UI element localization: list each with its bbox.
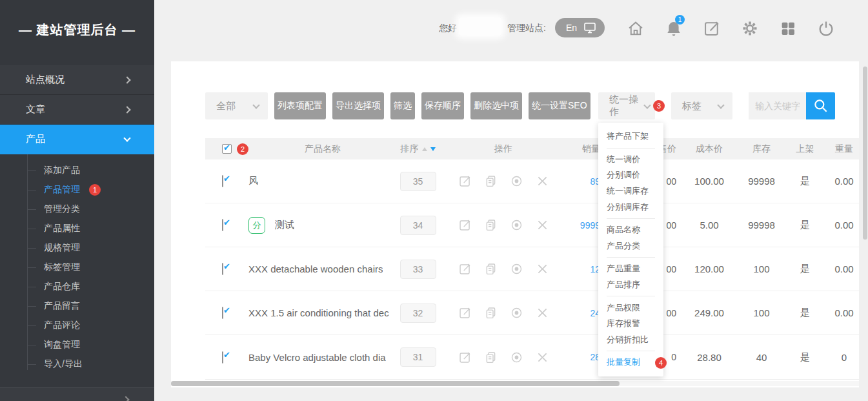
column-header-onsale[interactable]: 上架 [781, 143, 829, 155]
batch-menu-item[interactable] [607, 218, 655, 219]
batch-menu-item[interactable]: 将产品下架 [598, 129, 663, 145]
sort-order-input[interactable]: 32 [400, 303, 436, 323]
batch-menu-item[interactable]: 分别调库存 [598, 199, 663, 215]
batch-menu-item[interactable]: 产品重量 [598, 261, 663, 277]
sort-order-input[interactable]: 33 [400, 260, 436, 279]
sales-count-link[interactable]: 28 [568, 352, 600, 362]
batch-menu-item[interactable] [607, 148, 655, 149]
preview-icon[interactable] [510, 262, 523, 276]
column-header-sort[interactable]: 排序 [397, 143, 439, 155]
delete-icon[interactable] [536, 306, 549, 320]
column-header-sales[interactable]: 销量 [568, 143, 600, 155]
sidebar-submenu-item[interactable]: 导入/导出 [0, 355, 154, 374]
annotation-badge-2: 2 [237, 143, 248, 155]
batch-menu-item[interactable]: 产品分类 [598, 238, 663, 254]
batch-menu-item[interactable] [607, 257, 655, 258]
preview-icon[interactable] [510, 306, 523, 320]
toolbar-button[interactable]: 导出选择项 [332, 92, 384, 119]
preview-icon[interactable] [510, 174, 523, 188]
sidebar-submenu-item[interactable]: 产品管理 1 [0, 180, 154, 200]
settings-button[interactable] [741, 19, 759, 37]
sales-count-link[interactable]: 12 [568, 264, 600, 274]
copy-icon[interactable] [484, 351, 498, 364]
edit-icon[interactable] [458, 351, 472, 364]
search-input[interactable] [749, 92, 806, 119]
edit-icon[interactable] [458, 218, 472, 232]
sidebar-submenu-item[interactable]: 产品属性 [0, 219, 154, 238]
batch-menu-item[interactable]: 产品排序 [598, 277, 663, 293]
sidebar-submenu-item[interactable]: 询盘管理 [0, 335, 154, 355]
preview-icon[interactable] [510, 218, 523, 232]
sort-asc-icon[interactable] [422, 147, 427, 151]
delete-icon[interactable] [536, 218, 549, 232]
sidebar-submenu-item[interactable]: 产品留言 [0, 296, 154, 316]
copy-icon[interactable] [484, 306, 498, 320]
sidebar-submenu-item[interactable]: 规格管理 [0, 238, 154, 258]
delete-icon[interactable] [536, 351, 549, 364]
row-checkbox[interactable] [222, 219, 223, 231]
batch-menu-item[interactable]: 分别调价 [598, 167, 663, 183]
delete-icon[interactable] [536, 174, 549, 188]
delete-icon[interactable] [536, 262, 549, 276]
sidebar-menu-item[interactable]: 产品 [0, 125, 154, 154]
sidebar-submenu-item[interactable]: 管理分类 [0, 200, 154, 219]
preview-icon[interactable] [510, 351, 523, 364]
vertical-scrollbar-thumb[interactable] [863, 67, 867, 240]
language-switcher[interactable]: En [555, 18, 605, 37]
tag-filter-select[interactable]: 标签 [671, 92, 732, 119]
chevron-right-icon [122, 396, 129, 401]
batch-menu-item[interactable]: 批量复制 4 [598, 355, 663, 371]
sidebar-menu-item[interactable]: 站点概况 [0, 65, 154, 95]
category-filter-select[interactable]: 全部 [205, 92, 268, 119]
horizontal-scrollbar[interactable] [171, 381, 859, 386]
column-header-name[interactable]: 产品名称 [248, 143, 397, 155]
sort-order-input[interactable]: 34 [400, 216, 436, 235]
row-checkbox[interactable] [222, 351, 223, 364]
sidebar-submenu-item[interactable]: 产品仓库 [0, 277, 154, 296]
search-button[interactable] [806, 92, 835, 119]
batch-menu-item[interactable]: 产品权限 [598, 300, 663, 316]
logout-button[interactable] [817, 19, 835, 37]
toolbar-button[interactable]: 统一设置SEO [529, 92, 590, 119]
row-checkbox[interactable] [222, 175, 223, 187]
edit-icon[interactable] [458, 174, 472, 188]
batch-menu-item[interactable]: 商品名称 [598, 222, 663, 238]
batch-operations-select[interactable]: 统一操作 [598, 92, 655, 119]
home-button[interactable] [627, 19, 645, 37]
sidebar-submenu-item[interactable]: 产品评论 [0, 316, 154, 335]
toolbar-button[interactable]: 删除选中项 [470, 92, 522, 119]
column-header-stock[interactable]: 库存 [742, 143, 781, 155]
toolbar-button[interactable]: 筛选 [390, 92, 415, 119]
edit-button[interactable] [703, 19, 721, 37]
batch-menu-item[interactable]: 分销折扣比 [598, 332, 663, 348]
column-header-cost[interactable]: 成本价 [676, 143, 742, 155]
apps-button[interactable] [779, 19, 797, 37]
copy-icon[interactable] [484, 218, 498, 232]
copy-icon[interactable] [484, 262, 498, 276]
batch-menu-item[interactable]: 库存报警 [598, 316, 663, 332]
edit-icon[interactable] [458, 262, 472, 276]
sidebar-menu-item[interactable]: 文章 [0, 95, 154, 125]
toolbar-button[interactable]: 保存顺序 [421, 92, 464, 119]
sales-count-link[interactable]: 9999 [568, 220, 600, 231]
horizontal-scrollbar-thumb[interactable] [171, 381, 620, 386]
row-checkbox[interactable] [222, 307, 223, 319]
sales-count-link[interactable]: 89 [568, 176, 600, 187]
row-checkbox[interactable] [222, 263, 223, 275]
batch-menu-item[interactable] [607, 351, 655, 351]
select-all-checkbox[interactable] [222, 144, 232, 154]
batch-menu-item[interactable]: 统一调价 [598, 152, 663, 168]
batch-menu-item[interactable] [607, 296, 655, 296]
sidebar-item-partial[interactable] [0, 388, 154, 401]
sort-order-input[interactable]: 31 [400, 347, 436, 367]
batch-menu-item[interactable]: 统一调库存 [598, 183, 663, 200]
copy-icon[interactable] [484, 174, 498, 188]
column-header-weight[interactable]: 重量 [829, 143, 859, 155]
sort-desc-icon[interactable] [430, 147, 436, 151]
sidebar-submenu-item[interactable]: 添加产品 [0, 161, 154, 180]
toolbar-button[interactable]: 列表项配置 [274, 92, 326, 119]
sales-count-link[interactable]: 24 [568, 308, 600, 318]
sort-order-input[interactable]: 35 [400, 172, 436, 191]
sidebar-submenu-item[interactable]: 标签管理 [0, 258, 154, 277]
edit-icon[interactable] [458, 306, 472, 320]
